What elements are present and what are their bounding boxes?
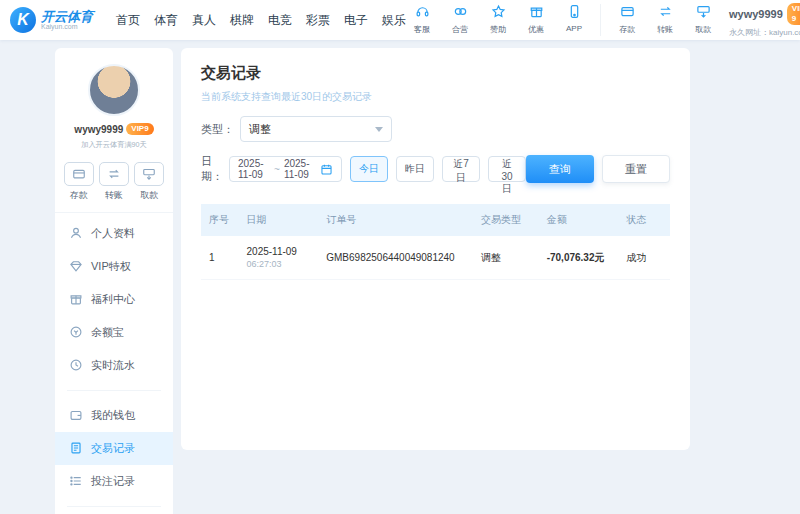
transfer-arrows-icon — [99, 162, 129, 186]
cell-time: 06:27:03 — [247, 259, 311, 269]
nav-item-lottery[interactable]: 彩票 — [306, 12, 330, 29]
deposit-card-icon — [64, 162, 94, 186]
cell-status: 成功 — [618, 236, 670, 280]
nav-item-sports[interactable]: 体育 — [154, 12, 178, 29]
nav-item-entertainment[interactable]: 娱乐 — [382, 12, 406, 29]
coin-icon — [69, 325, 83, 341]
topbar: K 开云体育 Kaiyun.com 首页 体育 真人 棋牌 电竞 彩票 电子 娱… — [0, 0, 800, 40]
withdraw-card-icon — [134, 162, 164, 186]
type-label: 类型： — [201, 122, 234, 137]
app-download-button[interactable]: APP — [558, 4, 590, 36]
type-selected-value: 调整 — [249, 122, 271, 137]
cell-amount: -70,076.32元 — [539, 236, 619, 280]
vip-badge: VIP 9 — [787, 3, 800, 25]
cell-order-no: GMB6982506440049081240 — [318, 236, 473, 280]
range-today-button[interactable]: 今日 — [350, 156, 388, 182]
sidebar-item-yuebao[interactable]: 余额宝 — [55, 316, 173, 349]
table-header-row: 序号 日期 订单号 交易类型 金额 状态 — [201, 204, 670, 236]
header-type: 交易类型 — [473, 204, 539, 236]
transfer-button[interactable]: 转账 — [649, 4, 681, 36]
phone-icon — [567, 4, 582, 22]
date-to: 2025-11-09 — [284, 158, 316, 180]
header-amount: 金额 — [539, 204, 619, 236]
sidebar-item-bet-records[interactable]: 投注记录 — [55, 465, 173, 498]
star-icon — [491, 4, 506, 22]
sidebar: wywy9999 VIP9 加入开云体育满90天 存款 转账 取款 个人资料 — [55, 48, 173, 514]
nav-item-esports[interactable]: 电竞 — [268, 12, 292, 29]
reset-button[interactable]: 重置 — [602, 155, 670, 183]
date-label: 日期： — [201, 154, 223, 184]
chevron-down-icon — [375, 127, 383, 132]
profile-vip-badge: VIP9 — [126, 123, 153, 135]
logo-icon: K — [10, 7, 36, 33]
header-order-no: 订单号 — [318, 204, 473, 236]
logo-title: 开云体育 — [41, 10, 93, 23]
user-icon — [69, 226, 83, 242]
transfer-arrows-icon — [658, 4, 673, 22]
sidebar-menu: 个人资料 VIP特权 福利中心 余额宝 实时流水 我的钱包 — [55, 213, 173, 514]
sidebar-item-vip[interactable]: VIP特权 — [55, 250, 173, 283]
nav-item-slots[interactable]: 电子 — [344, 12, 368, 29]
gift-icon — [529, 4, 544, 22]
partnership-button[interactable]: 合营 — [444, 4, 476, 36]
date-separator: ~ — [274, 164, 280, 175]
customer-service-button[interactable]: 客服 — [406, 4, 438, 36]
transaction-records-panel: 交易记录 当前系统支持查询最近30日的交易记录 类型： 调整 日期： 2025-… — [181, 48, 690, 450]
cell-date: 2025-11-09 06:27:03 — [239, 236, 319, 280]
range-yesterday-button[interactable]: 昨日 — [396, 156, 434, 182]
page-title: 交易记录 — [201, 64, 670, 83]
promotions-button[interactable]: 优惠 — [520, 4, 552, 36]
sidebar-item-realtime-flow[interactable]: 实时流水 — [55, 349, 173, 382]
cell-index: 1 — [201, 236, 239, 280]
headset-icon — [415, 4, 430, 22]
transactions-table: 序号 日期 订单号 交易类型 金额 状态 1 2025-11-09 06:27:… — [201, 204, 670, 280]
nav-item-home[interactable]: 首页 — [116, 12, 140, 29]
withdraw-card-icon — [696, 4, 711, 22]
deposit-card-icon — [620, 4, 635, 22]
header-status: 状态 — [618, 204, 670, 236]
records-icon — [69, 441, 83, 457]
sponsor-button[interactable]: 赞助 — [482, 4, 514, 36]
sidebar-deposit-button[interactable]: 存款 — [64, 162, 94, 202]
range-30days-button[interactable]: 近30日 — [488, 156, 526, 182]
profile-avatar[interactable] — [88, 64, 140, 116]
calendar-icon — [320, 163, 333, 176]
main-nav: 首页 体育 真人 棋牌 电竞 彩票 电子 娱乐 — [116, 12, 406, 29]
deposit-button[interactable]: 存款 — [611, 4, 643, 36]
username: wywy9999 — [729, 8, 783, 20]
sidebar-transfer-button[interactable]: 转账 — [99, 162, 129, 202]
header-index: 序号 — [201, 204, 239, 236]
sidebar-item-profile[interactable]: 个人资料 — [55, 217, 173, 250]
table-row: 1 2025-11-09 06:27:03 GMB698250644004908… — [201, 236, 670, 280]
cell-type: 调整 — [473, 236, 539, 280]
search-button[interactable]: 查询 — [526, 155, 594, 183]
page-subtitle: 当前系统支持查询最近30日的交易记录 — [201, 90, 670, 104]
user-info[interactable]: wywy9999 VIP 9 永久网址：kaiyun.com — [729, 3, 800, 38]
sidebar-item-transaction-records[interactable]: 交易记录 — [55, 432, 173, 465]
profile-username: wywy9999 — [74, 124, 123, 135]
logo[interactable]: K 开云体育 Kaiyun.com — [10, 7, 102, 33]
wallet-icon — [69, 408, 83, 424]
logo-subtitle: Kaiyun.com — [41, 23, 93, 31]
range-7days-button[interactable]: 近7日 — [442, 156, 480, 182]
sidebar-withdraw-button[interactable]: 取款 — [134, 162, 164, 202]
sidebar-item-wallet[interactable]: 我的钱包 — [55, 399, 173, 432]
type-select[interactable]: 调整 — [240, 116, 392, 142]
date-from: 2025-11-09 — [238, 158, 270, 180]
diamond-icon — [69, 259, 83, 275]
withdraw-button[interactable]: 取款 — [687, 4, 719, 36]
date-range-picker[interactable]: 2025-11-09 ~ 2025-11-09 — [229, 156, 342, 182]
divider — [67, 390, 161, 391]
partner-icon — [453, 4, 468, 22]
member-since-text: 加入开云体育满90天 — [61, 140, 167, 150]
nav-item-live[interactable]: 真人 — [192, 12, 216, 29]
gift-icon — [69, 292, 83, 308]
sidebar-item-benefits[interactable]: 福利中心 — [55, 283, 173, 316]
clock-icon — [69, 358, 83, 374]
header-date: 日期 — [239, 204, 319, 236]
divider — [67, 506, 161, 507]
nav-item-chess[interactable]: 棋牌 — [230, 12, 254, 29]
list-icon — [69, 474, 83, 490]
permanent-domain: 永久网址：kaiyun.com — [729, 27, 800, 38]
